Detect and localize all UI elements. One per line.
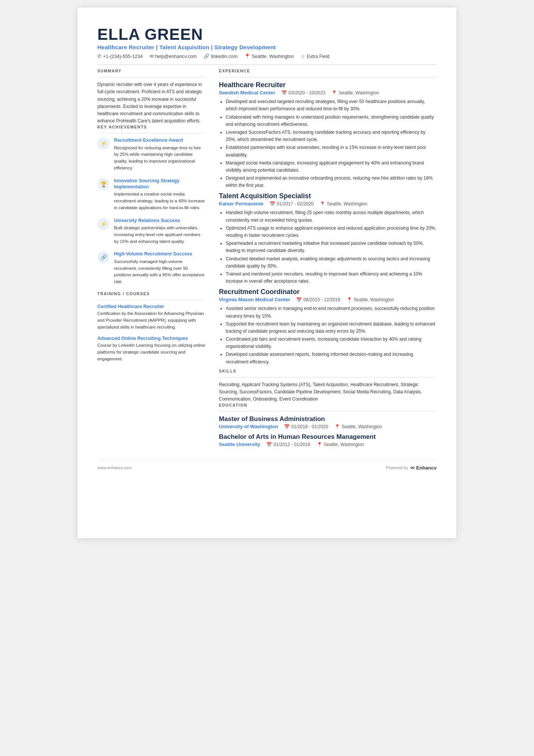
- achievements-section: KEY ACHIEVEMENTS ⚡ Recruitment Excellenc…: [97, 125, 205, 285]
- experience-section: EXPERIENCE Healthcare Recruiter Swedish …: [219, 69, 437, 366]
- edu-location-1: 📍 Seattle, Washington: [334, 424, 382, 429]
- bullet-1-2: Collaborated with hiring managers to und…: [226, 114, 437, 128]
- exp-job-3: Recruitment Coordinator Virginia Mason M…: [219, 288, 437, 366]
- achievement-desc-2: Implemented a creative social media recr…: [114, 191, 205, 211]
- pin-icon-1: 📍: [331, 90, 337, 95]
- phone-value: +1-(234)-555-1234: [103, 54, 143, 59]
- achievement-desc-4: Successfully managed high-volume recruit…: [114, 258, 205, 285]
- left-column: SUMMARY Dynamic recruiter with over 4 ye…: [97, 69, 205, 449]
- page-footer: www.enhancv.com Powered by ∞ Enhancv: [97, 460, 437, 471]
- achievement-title-3: University Relations Success: [114, 218, 205, 224]
- training-label: TRAINING / COURSES: [97, 291, 205, 296]
- exp-job-1: Healthcare Recruiter Swedish Medical Cen…: [219, 81, 437, 189]
- phone-contact: ✆ +1-(234)-555-1234: [97, 53, 143, 59]
- achievement-content-3: University Relations Success Built strat…: [114, 218, 205, 245]
- exp-job-2: Talent Acquisition Specialist Kaiser Per…: [219, 192, 437, 285]
- edu-school-1: University of Washington: [219, 424, 278, 429]
- achievement-content-2: Innovative Sourcing Strategy Implementat…: [114, 178, 205, 211]
- edu-date-2: 📅 01/2012 - 01/2016: [266, 442, 310, 447]
- achievement-content-4: High-Volume Recruitment Success Successf…: [114, 251, 205, 285]
- achievement-title-4: High-Volume Recruitment Success: [114, 251, 205, 257]
- phone-icon: ✆: [97, 53, 101, 59]
- skills-label: SKILLS: [219, 369, 437, 373]
- resume-page: ELLA GREEN Healthcare Recruiter | Talent…: [78, 8, 456, 538]
- course-title-2: Advanced Online Recruiting Techniques: [97, 336, 205, 341]
- bullet-3-2: Supported the recruitment team by mainta…: [226, 321, 437, 335]
- email-value: help@enhancv.com: [155, 54, 197, 59]
- edu-date-1: 📅 01/2018 - 01/2020: [284, 424, 328, 429]
- achievements-label: KEY ACHIEVEMENTS: [97, 125, 205, 129]
- experience-label: EXPERIENCE: [219, 69, 437, 73]
- calendar-icon-edu-1: 📅: [284, 424, 290, 429]
- lightning-icon-2: ⚡: [100, 221, 107, 227]
- achievement-icon-3: ⚡: [97, 218, 109, 230]
- pin-icon-2: 📍: [320, 201, 325, 207]
- bullet-2-3: Spearheaded a recruitment marketing init…: [226, 240, 437, 254]
- location-contact: 📍 Seattle, Washington: [244, 53, 294, 59]
- location-value: Seattle, Washington: [252, 54, 294, 59]
- exp-date-3: 📅 06/2015 - 12/2016: [296, 297, 340, 302]
- enhancv-logo: ∞ Enhancv: [410, 464, 437, 471]
- summary-section: SUMMARY Dynamic recruiter with over 4 ye…: [97, 69, 205, 125]
- bullet-3-3: Coordinated job fairs and recruitment ev…: [226, 336, 437, 350]
- pin-icon-edu-2: 📍: [317, 442, 322, 447]
- achievements-divider: [97, 133, 205, 133]
- exp-location-3: 📍 Seattle, Washington: [347, 297, 394, 302]
- achievement-item-2: 🏆 Innovative Sourcing Strategy Implement…: [97, 178, 205, 211]
- email-contact: ✉ help@enhancv.com: [150, 53, 197, 59]
- bullet-1-5: Managed social media campaigns, increasi…: [226, 160, 437, 174]
- course-title-1: Certified Healthcare Recruiter: [97, 304, 205, 309]
- lightning-icon-1: ⚡: [100, 141, 107, 147]
- star-icon: ☆: [301, 53, 305, 59]
- exp-date-1: 📅 03/2020 - 10/2023: [281, 90, 325, 95]
- brand-name: Enhancv: [416, 465, 437, 471]
- edu-location-2: 📍 Seattle, Washington: [317, 442, 364, 447]
- education-section: EDUCATION Master of Business Administrat…: [219, 403, 437, 447]
- extra-contact: ☆ Extra Field: [301, 53, 329, 59]
- exp-meta-3: Virginia Mason Medical Center 📅 06/2015 …: [219, 297, 437, 302]
- exp-bullets-1: Developed and executed targeted recruiti…: [219, 98, 437, 189]
- summary-divider: [97, 77, 205, 77]
- bullet-1-6: Designed and implemented an innovative o…: [226, 175, 437, 189]
- achievement-item-4: 🔗 High-Volume Recruitment Success Succes…: [97, 251, 205, 285]
- skills-section: SKILLS Recruiting, Applicant Tracking Sy…: [219, 369, 437, 403]
- chain-icon: 🔗: [100, 254, 107, 260]
- achievement-icon-2: 🏆: [97, 178, 109, 190]
- bullet-2-5: Trained and mentored junior recruiters, …: [226, 271, 437, 285]
- exp-bullets-3: Assisted senior recruiters in managing e…: [219, 305, 437, 366]
- bullet-3-1: Assisted senior recruiters in managing e…: [226, 305, 437, 319]
- edu-degree-1: Master of Business Administration: [219, 415, 437, 423]
- extra-value: Extra Field: [307, 54, 329, 59]
- achievement-icon-1: ⚡: [97, 138, 109, 150]
- summary-text: Dynamic recruiter with over 4 years of e…: [97, 81, 205, 125]
- linkedin-icon: 🔗: [203, 53, 209, 59]
- calendar-icon-1: 📅: [281, 90, 287, 95]
- exp-meta-2: Kaiser Permanente 📅 01/2017 - 02/2020 📍 …: [219, 201, 437, 207]
- bullet-2-1: Handled high-volume recruitment, filling…: [226, 209, 437, 224]
- achievement-title-1: Recruitment Excellence Award: [114, 137, 205, 143]
- course-desc-2: Course by LinkedIn Learning focusing on …: [97, 342, 205, 362]
- pin-icon-edu-1: 📍: [334, 424, 340, 429]
- bullet-3-4: Developed candidate assessment reports, …: [226, 351, 437, 365]
- summary-label: SUMMARY: [97, 69, 205, 73]
- education-label: EDUCATION: [219, 403, 437, 407]
- training-divider: [97, 300, 205, 300]
- exp-role-3: Recruitment Coordinator: [219, 288, 437, 296]
- footer-url: www.enhancv.com: [97, 465, 132, 470]
- calendar-icon-3: 📅: [296, 297, 302, 302]
- pin-icon-3: 📍: [347, 297, 352, 302]
- edu-meta-1: University of Washington 📅 01/2018 - 01/…: [219, 424, 437, 429]
- skills-text: Recruiting, Applicant Tracking Systems (…: [219, 381, 437, 403]
- trophy-icon: 🏆: [100, 181, 107, 187]
- exp-meta-1: Swedish Medical Center 📅 03/2020 - 10/20…: [219, 90, 437, 95]
- edu-school-2: Seattle University: [219, 441, 260, 447]
- logo-symbol: ∞: [410, 464, 414, 471]
- footer-brand: Powered by ∞ Enhancv: [386, 464, 437, 471]
- calendar-icon-2: 📅: [270, 201, 275, 207]
- bullet-1-4: Established partnerships with local univ…: [226, 144, 437, 158]
- experience-divider: [219, 77, 437, 77]
- course-item-1: Certified Healthcare Recruiter Certifica…: [97, 304, 205, 330]
- bullet-1-1: Developed and executed targeted recruiti…: [226, 98, 437, 113]
- achievement-item-1: ⚡ Recruitment Excellence Award Recognize…: [97, 137, 205, 172]
- exp-location-2: 📍 Seattle, Washington: [320, 201, 367, 207]
